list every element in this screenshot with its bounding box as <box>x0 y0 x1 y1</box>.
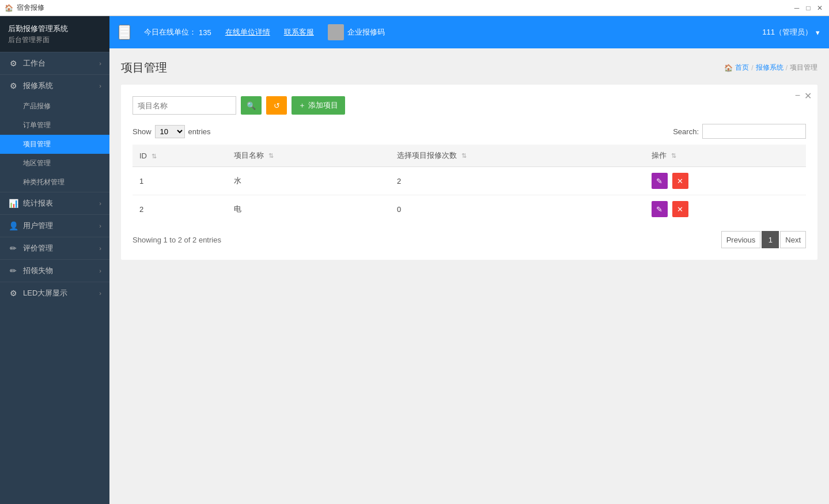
sidebar-section-stats: 📊 统计报表 › <box>0 192 109 214</box>
sidebar-label-repair: 报修系统 <box>23 81 53 91</box>
card-minimize-btn[interactable]: − <box>795 90 800 101</box>
sidebar-section-repair: ⚙ 报修系统 › 产品报修 订单管理 项目管理 地区管理 种类托材管理 <box>0 74 109 192</box>
add-label: 添加项目 <box>308 100 338 111</box>
sub-label-area-manage: 地区管理 <box>23 159 51 167</box>
sidebar-header: 后勤报修管理系统 后台管理界面 <box>0 16 109 52</box>
sidebar-item-workbench[interactable]: ⚙ 工作台 › <box>0 52 109 74</box>
col-count: 选择项目报修次数 ⇅ <box>390 145 645 167</box>
prev-btn[interactable]: Previous <box>721 231 761 248</box>
table-row: 1 水 2 ✎ ✕ <box>133 167 806 195</box>
user-display: 111（管理员） <box>762 27 812 37</box>
title-bar: 🏠 宿舍报修 ─ □ ✕ <box>0 0 829 16</box>
gear-icon: ⚙ <box>8 59 18 68</box>
sidebar-section-lost-found: ✏ 招领失物 › <box>0 259 109 282</box>
edit-btn[interactable]: ✎ <box>652 173 668 189</box>
cell-id: 1 <box>133 167 227 195</box>
projects-table: ID ⇅ 项目名称 ⇅ 选择项目报修次数 ⇅ <box>133 145 806 223</box>
header: ☰ 今日在线单位： 135 在线单位详情 联系客服 企业报修码 111（管理员）… <box>109 16 829 48</box>
sidebar-item-product-repair[interactable]: 产品报修 <box>0 97 109 116</box>
report-code-text: 企业报修码 <box>347 27 385 37</box>
app-sub: 后台管理界面 <box>8 35 101 45</box>
sidebar-item-type-manage[interactable]: 种类托材管理 <box>0 173 109 192</box>
col-action: 操作 ⇅ <box>645 145 806 167</box>
chevron-right-icon-3: › <box>99 200 101 207</box>
col-name: 项目名称 ⇅ <box>227 145 390 167</box>
user-icon: 👤 <box>8 221 18 230</box>
maximize-btn[interactable]: □ <box>804 3 813 13</box>
edit-btn[interactable]: ✎ <box>652 201 668 217</box>
cell-id: 2 <box>133 195 227 223</box>
sidebar-section-workbench: ⚙ 工作台 › <box>0 52 109 74</box>
content-card: − ✕ 🔍 ↺ ＋ 添加项目 <box>121 85 817 260</box>
app-icon: 🏠 <box>5 4 13 12</box>
sort-action-icon: ⇅ <box>671 152 676 159</box>
table-search-input[interactable] <box>702 124 806 139</box>
chevron-right-icon-4: › <box>99 222 101 229</box>
title-bar-title: 🏠 宿舍报修 <box>5 3 44 13</box>
sidebar: 后勤报修管理系统 后台管理界面 ⚙ 工作台 › ⚙ 报修系统 › <box>0 16 109 504</box>
sub-label-product-repair: 产品报修 <box>23 102 51 110</box>
add-project-btn[interactable]: ＋ 添加项目 <box>292 96 345 115</box>
entries-select[interactable]: 10 25 50 100 <box>155 125 185 138</box>
cell-count: 2 <box>390 167 645 195</box>
refresh-icon: ↺ <box>274 101 280 110</box>
delete-btn[interactable]: ✕ <box>672 173 688 189</box>
minimize-btn[interactable]: ─ <box>792 3 801 13</box>
sidebar-label-workbench: 工作台 <box>23 58 46 69</box>
page-1-label: 1 <box>769 236 773 244</box>
sidebar-item-project-manage[interactable]: 项目管理 <box>0 135 109 154</box>
search-btn[interactable]: 🔍 <box>241 96 262 115</box>
sidebar-section-reviews: ✏ 评价管理 › <box>0 237 109 259</box>
online-stat: 今日在线单位： 135 <box>144 27 211 37</box>
page-1-btn[interactable]: 1 <box>762 231 779 248</box>
menu-toggle-btn[interactable]: ☰ <box>119 25 130 40</box>
online-label: 今日在线单位： <box>144 27 196 37</box>
sidebar-item-led[interactable]: ⚙ LED大屏显示 › <box>0 282 109 304</box>
sidebar-item-repair[interactable]: ⚙ 报修系统 › <box>0 75 109 97</box>
col-id: ID ⇅ <box>133 145 227 167</box>
card-close-btn[interactable]: ✕ <box>804 90 812 101</box>
cell-action: ✎ ✕ <box>645 195 806 223</box>
sort-count-icon: ⇅ <box>461 152 467 159</box>
lost-icon: ✏ <box>8 266 18 275</box>
sub-label-project-manage: 项目管理 <box>23 140 51 148</box>
close-btn[interactable]: ✕ <box>815 3 824 13</box>
next-btn[interactable]: Next <box>780 231 806 248</box>
sidebar-label-led: LED大屏显示 <box>23 288 67 298</box>
sidebar-item-order-manage[interactable]: 订单管理 <box>0 116 109 135</box>
breadcrumb-system[interactable]: 报修系统 <box>756 63 783 73</box>
chevron-right-icon-5: › <box>99 245 101 252</box>
sidebar-section-users: 👤 用户管理 › <box>0 214 109 237</box>
table-controls: Show 10 25 50 100 entries Search: <box>133 124 806 139</box>
next-label: Next <box>785 236 801 244</box>
report-code-area: 企业报修码 <box>328 24 385 40</box>
sidebar-item-users[interactable]: 👤 用户管理 › <box>0 215 109 237</box>
cell-name: 水 <box>227 167 390 195</box>
chevron-right-icon: › <box>99 60 101 67</box>
delete-btn[interactable]: ✕ <box>672 201 688 217</box>
breadcrumb-home[interactable]: 首页 <box>735 63 749 73</box>
detail-link[interactable]: 在线单位详情 <box>225 27 270 37</box>
contact-link[interactable]: 联系客服 <box>284 27 314 37</box>
header-user[interactable]: 111（管理员） ▾ <box>762 27 820 37</box>
right-panel: ☰ 今日在线单位： 135 在线单位详情 联系客服 企业报修码 111（管理员）… <box>109 16 829 504</box>
page-title: 项目管理 <box>121 60 167 75</box>
prev-label: Previous <box>726 236 756 244</box>
project-search-input[interactable] <box>133 96 236 115</box>
sub-label-type-manage: 种类托材管理 <box>23 178 65 186</box>
refresh-btn[interactable]: ↺ <box>266 96 287 115</box>
sidebar-item-lost-found[interactable]: ✏ 招领失物 › <box>0 260 109 282</box>
sidebar-label-stats: 统计报表 <box>23 198 53 209</box>
title-bar-controls: ─ □ ✕ <box>792 3 824 13</box>
table-head: ID ⇅ 项目名称 ⇅ 选择项目报修次数 ⇅ <box>133 145 806 167</box>
contact-link-text: 联系客服 <box>284 28 314 36</box>
sidebar-label-lost-found: 招领失物 <box>23 266 53 276</box>
sidebar-item-area-manage[interactable]: 地区管理 <box>0 154 109 173</box>
show-label: Show <box>133 127 152 136</box>
sidebar-item-stats[interactable]: 📊 统计报表 › <box>0 192 109 214</box>
sidebar-item-reviews[interactable]: ✏ 评价管理 › <box>0 237 109 259</box>
toolbar: 🔍 ↺ ＋ 添加项目 <box>133 96 806 115</box>
app-name: 后勤报修管理系统 <box>8 23 101 35</box>
home-icon: 🏠 <box>724 64 733 72</box>
main-content: 项目管理 🏠 首页 / 报修系统 / 项目管理 − ✕ 🔍 <box>109 48 829 504</box>
